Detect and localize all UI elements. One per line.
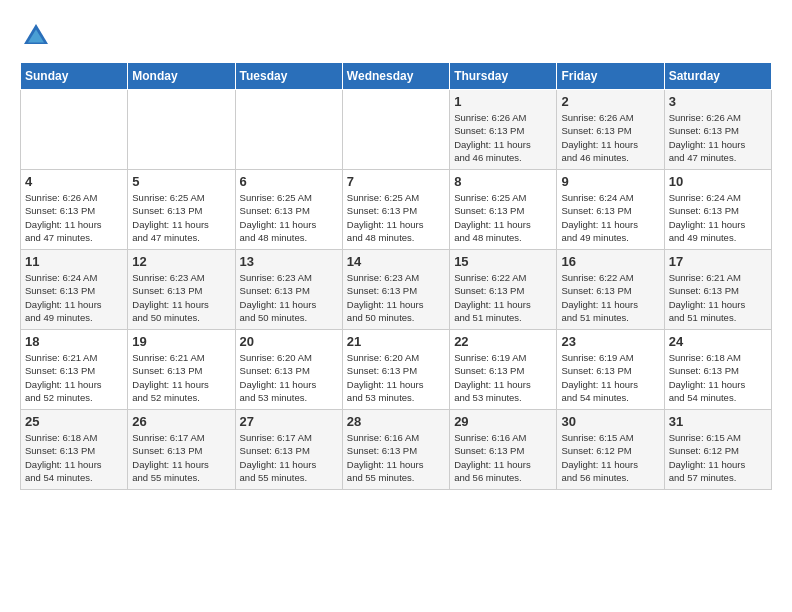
day-number: 12 bbox=[132, 254, 230, 269]
header-monday: Monday bbox=[128, 63, 235, 90]
day-info: Sunrise: 6:25 AM Sunset: 6:13 PM Dayligh… bbox=[132, 191, 230, 244]
day-info: Sunrise: 6:21 AM Sunset: 6:13 PM Dayligh… bbox=[132, 351, 230, 404]
day-number: 4 bbox=[25, 174, 123, 189]
calendar-week-2: 4Sunrise: 6:26 AM Sunset: 6:13 PM Daylig… bbox=[21, 170, 772, 250]
calendar-cell: 17Sunrise: 6:21 AM Sunset: 6:13 PM Dayli… bbox=[664, 250, 771, 330]
day-info: Sunrise: 6:23 AM Sunset: 6:13 PM Dayligh… bbox=[240, 271, 338, 324]
calendar-cell: 31Sunrise: 6:15 AM Sunset: 6:12 PM Dayli… bbox=[664, 410, 771, 490]
day-number: 31 bbox=[669, 414, 767, 429]
day-number: 22 bbox=[454, 334, 552, 349]
day-info: Sunrise: 6:18 AM Sunset: 6:13 PM Dayligh… bbox=[25, 431, 123, 484]
day-info: Sunrise: 6:18 AM Sunset: 6:13 PM Dayligh… bbox=[669, 351, 767, 404]
day-info: Sunrise: 6:26 AM Sunset: 6:13 PM Dayligh… bbox=[25, 191, 123, 244]
day-info: Sunrise: 6:25 AM Sunset: 6:13 PM Dayligh… bbox=[240, 191, 338, 244]
day-number: 14 bbox=[347, 254, 445, 269]
calendar-cell: 21Sunrise: 6:20 AM Sunset: 6:13 PM Dayli… bbox=[342, 330, 449, 410]
day-info: Sunrise: 6:21 AM Sunset: 6:13 PM Dayligh… bbox=[669, 271, 767, 324]
header-thursday: Thursday bbox=[450, 63, 557, 90]
calendar-cell bbox=[235, 90, 342, 170]
calendar-cell: 4Sunrise: 6:26 AM Sunset: 6:13 PM Daylig… bbox=[21, 170, 128, 250]
calendar-cell: 1Sunrise: 6:26 AM Sunset: 6:13 PM Daylig… bbox=[450, 90, 557, 170]
calendar-week-4: 18Sunrise: 6:21 AM Sunset: 6:13 PM Dayli… bbox=[21, 330, 772, 410]
calendar-cell: 6Sunrise: 6:25 AM Sunset: 6:13 PM Daylig… bbox=[235, 170, 342, 250]
calendar-cell: 23Sunrise: 6:19 AM Sunset: 6:13 PM Dayli… bbox=[557, 330, 664, 410]
calendar-cell: 9Sunrise: 6:24 AM Sunset: 6:13 PM Daylig… bbox=[557, 170, 664, 250]
day-number: 25 bbox=[25, 414, 123, 429]
day-number: 24 bbox=[669, 334, 767, 349]
day-info: Sunrise: 6:24 AM Sunset: 6:13 PM Dayligh… bbox=[25, 271, 123, 324]
calendar-cell: 24Sunrise: 6:18 AM Sunset: 6:13 PM Dayli… bbox=[664, 330, 771, 410]
logo bbox=[20, 20, 56, 52]
day-info: Sunrise: 6:20 AM Sunset: 6:13 PM Dayligh… bbox=[347, 351, 445, 404]
day-number: 5 bbox=[132, 174, 230, 189]
calendar-cell: 2Sunrise: 6:26 AM Sunset: 6:13 PM Daylig… bbox=[557, 90, 664, 170]
header-friday: Friday bbox=[557, 63, 664, 90]
day-number: 10 bbox=[669, 174, 767, 189]
day-info: Sunrise: 6:15 AM Sunset: 6:12 PM Dayligh… bbox=[669, 431, 767, 484]
calendar-cell: 13Sunrise: 6:23 AM Sunset: 6:13 PM Dayli… bbox=[235, 250, 342, 330]
day-info: Sunrise: 6:24 AM Sunset: 6:13 PM Dayligh… bbox=[669, 191, 767, 244]
calendar-cell: 26Sunrise: 6:17 AM Sunset: 6:13 PM Dayli… bbox=[128, 410, 235, 490]
calendar-header-row: SundayMondayTuesdayWednesdayThursdayFrid… bbox=[21, 63, 772, 90]
logo-icon bbox=[20, 20, 52, 52]
day-info: Sunrise: 6:26 AM Sunset: 6:13 PM Dayligh… bbox=[454, 111, 552, 164]
day-info: Sunrise: 6:23 AM Sunset: 6:13 PM Dayligh… bbox=[132, 271, 230, 324]
calendar-cell: 10Sunrise: 6:24 AM Sunset: 6:13 PM Dayli… bbox=[664, 170, 771, 250]
day-number: 21 bbox=[347, 334, 445, 349]
calendar-cell: 28Sunrise: 6:16 AM Sunset: 6:13 PM Dayli… bbox=[342, 410, 449, 490]
calendar-cell: 5Sunrise: 6:25 AM Sunset: 6:13 PM Daylig… bbox=[128, 170, 235, 250]
calendar-cell: 27Sunrise: 6:17 AM Sunset: 6:13 PM Dayli… bbox=[235, 410, 342, 490]
day-number: 2 bbox=[561, 94, 659, 109]
day-info: Sunrise: 6:26 AM Sunset: 6:13 PM Dayligh… bbox=[561, 111, 659, 164]
day-number: 23 bbox=[561, 334, 659, 349]
day-info: Sunrise: 6:16 AM Sunset: 6:13 PM Dayligh… bbox=[454, 431, 552, 484]
calendar-week-5: 25Sunrise: 6:18 AM Sunset: 6:13 PM Dayli… bbox=[21, 410, 772, 490]
day-number: 8 bbox=[454, 174, 552, 189]
calendar-cell: 18Sunrise: 6:21 AM Sunset: 6:13 PM Dayli… bbox=[21, 330, 128, 410]
calendar-cell: 19Sunrise: 6:21 AM Sunset: 6:13 PM Dayli… bbox=[128, 330, 235, 410]
day-number: 16 bbox=[561, 254, 659, 269]
calendar-cell: 16Sunrise: 6:22 AM Sunset: 6:13 PM Dayli… bbox=[557, 250, 664, 330]
day-info: Sunrise: 6:16 AM Sunset: 6:13 PM Dayligh… bbox=[347, 431, 445, 484]
day-info: Sunrise: 6:25 AM Sunset: 6:13 PM Dayligh… bbox=[454, 191, 552, 244]
calendar-cell: 30Sunrise: 6:15 AM Sunset: 6:12 PM Dayli… bbox=[557, 410, 664, 490]
day-info: Sunrise: 6:17 AM Sunset: 6:13 PM Dayligh… bbox=[132, 431, 230, 484]
day-info: Sunrise: 6:17 AM Sunset: 6:13 PM Dayligh… bbox=[240, 431, 338, 484]
calendar-cell: 11Sunrise: 6:24 AM Sunset: 6:13 PM Dayli… bbox=[21, 250, 128, 330]
calendar-week-3: 11Sunrise: 6:24 AM Sunset: 6:13 PM Dayli… bbox=[21, 250, 772, 330]
calendar-cell: 3Sunrise: 6:26 AM Sunset: 6:13 PM Daylig… bbox=[664, 90, 771, 170]
calendar-cell: 14Sunrise: 6:23 AM Sunset: 6:13 PM Dayli… bbox=[342, 250, 449, 330]
day-info: Sunrise: 6:23 AM Sunset: 6:13 PM Dayligh… bbox=[347, 271, 445, 324]
day-number: 17 bbox=[669, 254, 767, 269]
calendar-cell: 20Sunrise: 6:20 AM Sunset: 6:13 PM Dayli… bbox=[235, 330, 342, 410]
day-number: 13 bbox=[240, 254, 338, 269]
day-number: 30 bbox=[561, 414, 659, 429]
day-info: Sunrise: 6:25 AM Sunset: 6:13 PM Dayligh… bbox=[347, 191, 445, 244]
day-info: Sunrise: 6:20 AM Sunset: 6:13 PM Dayligh… bbox=[240, 351, 338, 404]
day-info: Sunrise: 6:15 AM Sunset: 6:12 PM Dayligh… bbox=[561, 431, 659, 484]
calendar-week-1: 1Sunrise: 6:26 AM Sunset: 6:13 PM Daylig… bbox=[21, 90, 772, 170]
day-info: Sunrise: 6:21 AM Sunset: 6:13 PM Dayligh… bbox=[25, 351, 123, 404]
header-tuesday: Tuesday bbox=[235, 63, 342, 90]
day-number: 9 bbox=[561, 174, 659, 189]
day-number: 3 bbox=[669, 94, 767, 109]
header-sunday: Sunday bbox=[21, 63, 128, 90]
day-info: Sunrise: 6:26 AM Sunset: 6:13 PM Dayligh… bbox=[669, 111, 767, 164]
calendar-table: SundayMondayTuesdayWednesdayThursdayFrid… bbox=[20, 62, 772, 490]
day-number: 26 bbox=[132, 414, 230, 429]
header-saturday: Saturday bbox=[664, 63, 771, 90]
calendar-cell: 25Sunrise: 6:18 AM Sunset: 6:13 PM Dayli… bbox=[21, 410, 128, 490]
calendar-cell bbox=[21, 90, 128, 170]
day-info: Sunrise: 6:22 AM Sunset: 6:13 PM Dayligh… bbox=[454, 271, 552, 324]
calendar-cell: 8Sunrise: 6:25 AM Sunset: 6:13 PM Daylig… bbox=[450, 170, 557, 250]
day-number: 27 bbox=[240, 414, 338, 429]
calendar-cell: 15Sunrise: 6:22 AM Sunset: 6:13 PM Dayli… bbox=[450, 250, 557, 330]
day-info: Sunrise: 6:24 AM Sunset: 6:13 PM Dayligh… bbox=[561, 191, 659, 244]
calendar-cell: 12Sunrise: 6:23 AM Sunset: 6:13 PM Dayli… bbox=[128, 250, 235, 330]
calendar-cell: 7Sunrise: 6:25 AM Sunset: 6:13 PM Daylig… bbox=[342, 170, 449, 250]
day-number: 6 bbox=[240, 174, 338, 189]
calendar-cell: 29Sunrise: 6:16 AM Sunset: 6:13 PM Dayli… bbox=[450, 410, 557, 490]
day-number: 7 bbox=[347, 174, 445, 189]
calendar-cell: 22Sunrise: 6:19 AM Sunset: 6:13 PM Dayli… bbox=[450, 330, 557, 410]
calendar-cell bbox=[128, 90, 235, 170]
